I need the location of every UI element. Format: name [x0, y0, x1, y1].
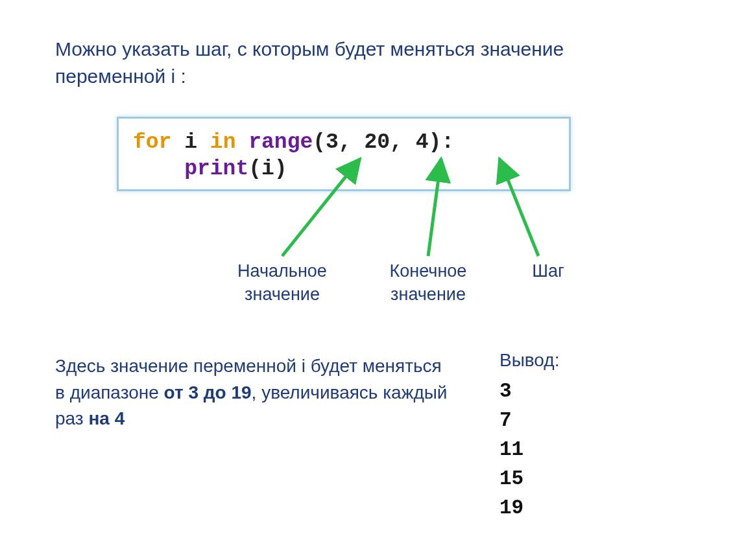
func-range: range: [248, 130, 313, 154]
print-args: (i): [248, 157, 287, 181]
step-bold: на 4: [88, 408, 125, 428]
code-var: i: [171, 130, 210, 154]
intro-text: Можно указать шаг, с которым будет менят…: [55, 36, 587, 90]
range-args: (3, 20, 4):: [313, 130, 454, 154]
slide: Можно указать шаг, с которым будет менят…: [0, 0, 746, 560]
keyword-in: in: [210, 130, 236, 154]
keyword-for: for: [133, 130, 171, 154]
label-end-value: Конечное значение: [370, 259, 487, 307]
func-print: print: [184, 157, 248, 181]
range-bold: от 3 до 19: [164, 382, 252, 402]
label-start-value: Начальное значение: [224, 259, 341, 307]
detail-text: Здесь значение переменной i будет менять…: [55, 353, 451, 432]
code-block: for i in range(3, 20, 4): print(i): [117, 117, 571, 191]
output-values: 3 7 11 15 19: [499, 377, 523, 523]
label-step: Шаг: [509, 259, 587, 283]
output-title: Вывод:: [499, 350, 559, 371]
